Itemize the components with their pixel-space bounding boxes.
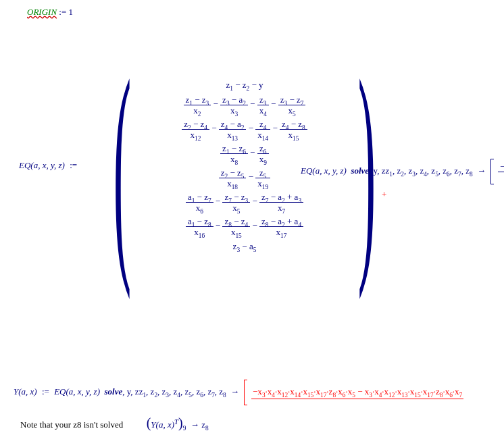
solve-z-subs: z1, z2, z3, z4, z5, z6, z7, z8	[386, 165, 473, 176]
solve-args: , y, z	[369, 165, 385, 176]
arrow: →	[230, 386, 239, 397]
eq-lhs: EQ(a, x, y, z)	[19, 160, 65, 170]
matrix-row-1: z1 − z2 − y	[165, 80, 324, 91]
solve-args: , y, z	[122, 386, 138, 397]
eq-call: EQ(a, x, y, z)	[54, 386, 100, 397]
origin-definition: ORIGIN := 1	[27, 7, 73, 18]
solve-expression-1: EQ(a, x, y, z) solve, y, zz1, z2, z3, z4…	[301, 159, 504, 184]
left-paren: (	[114, 41, 131, 290]
assign-op: :=	[67, 160, 80, 170]
plus-icon: +	[382, 189, 386, 200]
y-lhs: Y(a, x)	[14, 386, 37, 397]
matrix-row-8: z3 − a5	[165, 241, 324, 252]
solve-keyword: solve	[351, 165, 369, 176]
y-definition: Y(a, x) := EQ(a, x, y, z) solve, y, zz1,…	[14, 380, 463, 405]
matrix-row-6: a1 − z7x6 − z7 − z3x5 − z7 − a2 + a3x7	[165, 193, 324, 212]
matrix-row-3: z2 − z4x12 − z4 − a2x13 − z4x14 − z4 − z…	[165, 120, 324, 139]
assign-op: :=	[39, 386, 52, 397]
assign-op: :=	[59, 7, 66, 17]
matrix-row-7: a1 − z8x16 − z8 − z4x15 − z8 − a2 + a4x1…	[165, 217, 324, 236]
eq-call: EQ(a, x, y, z)	[301, 165, 347, 176]
left-bracket-icon	[490, 159, 494, 184]
note-line: Note that your z8 isn't solved (Y(a, x)T…	[20, 415, 209, 431]
left-bracket-icon	[244, 380, 247, 405]
note-text: Note that your z8 isn't solved	[20, 419, 123, 430]
matrix-row-2: z1 − z3x2 − z3 − a2x3 − z3x4 − z3 − z7x5	[165, 95, 324, 115]
solve-z-subs-2: z1, z2, z3, z4, z5, z6, z7, z8	[139, 386, 226, 397]
y-result-fraction: −x3·x4·x12·x14·x15·x17·z8·x6·x5 − x3·x4·…	[251, 386, 463, 399]
solve-keyword: solve	[105, 386, 123, 397]
result-fragment: −x3·	[498, 162, 504, 182]
note-expression: (Y(a, x)T)9 → z8	[147, 419, 209, 430]
origin-keyword: ORIGIN	[27, 7, 57, 17]
arrow: →	[477, 165, 486, 176]
origin-value: 1	[69, 7, 74, 17]
